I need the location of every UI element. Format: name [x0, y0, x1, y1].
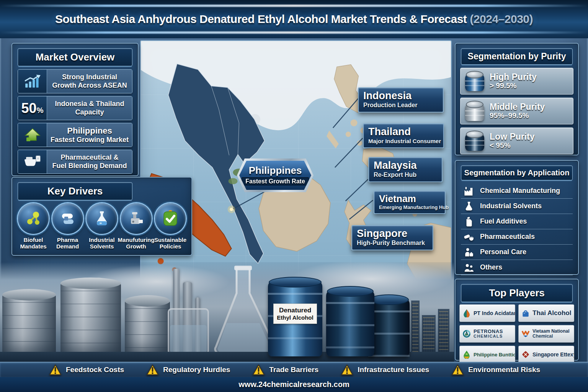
player-petronas-chemicals: PETRONAS CHEMICALS: [459, 325, 515, 343]
driver-label: Biofuel Mandates: [20, 237, 46, 250]
silver-barrel-icon: [465, 104, 484, 121]
purity-header: Segmentation by Purity: [461, 48, 573, 65]
purity-rows: High Purity > 99.5% Middle Purity 95%–99…: [460, 68, 573, 154]
driver-label: Pharma Demand: [56, 237, 79, 250]
overview-item-text: Pharmaceutical & Fuel Blending Demand: [47, 150, 132, 173]
map-palawan: [327, 131, 339, 149]
player-pt-indo-acidatama: PT Indo Acidatama: [459, 304, 515, 322]
warning-triangle-icon: [146, 364, 159, 376]
callout-malaysia: Malaysia Re-Export Hub: [368, 157, 443, 182]
market-overview-rows: Strong Industrial Growth Across ASEAN 50…: [18, 69, 132, 174]
player-name: Singapore Ettexylates: [532, 351, 574, 358]
application-label: Fuel Additives: [480, 217, 527, 225]
driver-label-line2: Growth: [118, 243, 155, 250]
overview-item-text: Philippines Fastest Growing Market: [47, 123, 132, 147]
segmentation-by-purity-panel: Segmentation by Purity High Purity > 99.…: [455, 43, 579, 155]
warning-triangle-icon: [451, 364, 464, 376]
player-philippine-bunttiolas: Philippine Bunttiolas: [459, 346, 515, 363]
application-rows: Chemical Manufacturing Industrial Solven…: [461, 183, 573, 275]
philippines-badge-title: Philippines: [249, 165, 302, 175]
top-players-grid: PT Indo Acidatama Thai Alcohol PETRONAS …: [459, 304, 574, 363]
risk-regulatory-hurdles: Regulatory Hurdles: [146, 364, 230, 376]
driver-label-line2: Demand: [56, 243, 79, 250]
application-chemical-manufacturing: Chemical Manufacturing: [461, 183, 573, 199]
philippines-badge: Philippines Fastest Growth Rate: [237, 158, 314, 192]
driver-label: Industrial Solvents: [89, 237, 115, 250]
market-overview-header: Market Overview: [18, 48, 132, 66]
overview-item-text: Indonesia & Thailand Capacity: [47, 96, 132, 120]
flask-icon: [87, 203, 117, 234]
page-title-text: Southeast Asia Anhydrous Denatured Ethyl…: [55, 13, 467, 25]
machinery-icon: [121, 203, 152, 234]
warning-triangle-icon: [252, 364, 265, 376]
driver-sustainable-policies: Sustainable Policies: [154, 203, 187, 250]
purity-range: > 99.5%: [490, 82, 537, 90]
risk-infrastructure-issues: Infrastracture Issues: [341, 364, 429, 376]
overview-line2: Capacity: [75, 108, 104, 116]
denatured-ethyl-alcohol-barrel: Denatured Ethyl Alcohol: [268, 281, 322, 356]
page-title-period: (2024–2030): [470, 13, 533, 25]
barrel-label-line1: Denatured: [275, 307, 315, 314]
map-delta-patch: [229, 178, 238, 184]
zigzag-logo: [521, 330, 530, 338]
molecule-icon: [18, 203, 49, 234]
checkmark-icon: [155, 203, 186, 234]
risk-environmental-risks: Environmental Risks: [451, 364, 540, 376]
callout-country: Indonesia: [363, 90, 438, 101]
market-overview-panel: Market Overview Strong Industrial Growth…: [11, 43, 139, 176]
driver-label-line1: Sustainable: [154, 237, 186, 243]
purity-range: 95%–99.5%: [490, 111, 545, 120]
driver-label-line2: Policies: [154, 243, 186, 250]
player-name: Vietaam National Chemical: [532, 329, 569, 338]
callout-indonesia: Indonesia Production Leader: [358, 87, 444, 113]
application-label: Others: [480, 263, 502, 271]
swirl-logo: [462, 330, 471, 338]
player-name: PT Indo Acidatama: [474, 310, 515, 316]
map-glow-point: [230, 207, 233, 211]
footer-bar: www.24chemicalresearch.com: [0, 377, 588, 392]
top-players-panel: Top Players PT Indo Acidatama Thai Alcoh…: [455, 279, 579, 361]
driver-label-line1: Manufuturing: [118, 237, 155, 243]
callout-country: Vietnam: [379, 194, 440, 204]
map-visayas-1: [351, 119, 358, 126]
stat-value: 50: [21, 100, 37, 116]
top-players-header: Top Players: [461, 284, 573, 302]
application-label: Pharmaceuticals: [480, 233, 535, 241]
callout-subtitle: Re-Export Hub: [374, 172, 437, 178]
bag-logo: [521, 309, 530, 317]
overview-line2: Growth Across ASEAN: [52, 82, 127, 90]
player-singapore-ettexylates: Singapore Ettexylates: [518, 346, 574, 363]
risk-bar: Feedstock Costs Regulatory Hurdles Trade…: [0, 362, 588, 377]
philippines-badge-subtitle: Fastest Growth Rate: [242, 177, 309, 186]
application-industrial-solvents: Industrial Solvents: [461, 199, 573, 214]
player-vietnam-national-chemical: Vietaam National Chemical: [518, 325, 574, 343]
callout-vietnam: Vietnam Emerging Manufacturing Hub: [374, 191, 446, 214]
player-name-line1: PETRONAS: [474, 329, 503, 334]
overview-line1: Strong Industrial: [62, 73, 117, 81]
overview-item-pharma-fuel: Pharmaceutical & Fuel Blending Demand: [18, 150, 132, 174]
application-pharmaceuticals: Pharmaceuticals: [461, 229, 573, 245]
purity-label: High Purity: [490, 72, 537, 82]
driver-biofuel-mandates: Biofuel Mandates: [17, 203, 50, 250]
growth-bar-chart-icon: [18, 70, 47, 93]
application-label: Chemical Manufacturing: [480, 187, 560, 195]
purity-text: Low Purity < 95%: [490, 132, 535, 150]
dark-barrel-icon: [465, 134, 484, 151]
fuel-can-icon: [463, 216, 475, 227]
player-name: Philippine Bunttiolas: [474, 352, 515, 358]
callout-country: Malaysia: [374, 160, 437, 171]
blue-barrel: [326, 291, 374, 356]
title-bar: Southeast Asia Anhydrous Denatured Ethyl…: [0, 0, 588, 38]
risk-feedstock-costs: Feedstock Costs: [49, 364, 124, 376]
application-others: Others: [461, 260, 573, 275]
eco-droplet-logo: [462, 350, 471, 359]
driver-label-line2: Mandates: [20, 243, 46, 250]
risk-label: Infrastracture Issues: [358, 366, 429, 374]
stat-unit: %: [37, 106, 44, 114]
people-icon: [463, 262, 475, 273]
callout-country: Thailand: [368, 126, 439, 137]
callout-subtitle: Production Leader: [363, 102, 438, 109]
overview-line1: Philippines: [67, 126, 112, 136]
capsules-icon: [463, 231, 475, 243]
page-title: Southeast Asia Anhydrous Denatured Ethyl…: [55, 13, 533, 26]
